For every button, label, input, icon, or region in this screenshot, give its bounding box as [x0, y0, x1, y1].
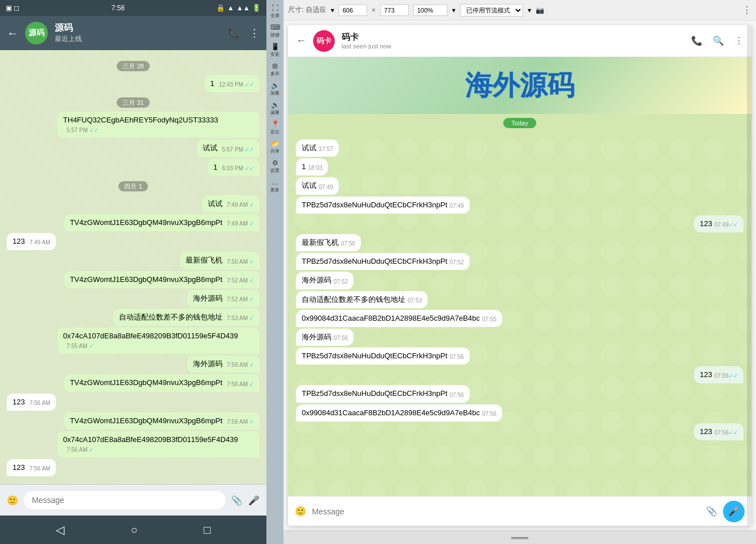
tg-search-icon[interactable]: 🔍 [713, 35, 724, 46]
tg-message-input[interactable] [312, 507, 700, 516]
message-bubble: 试试7:49 AM ✓ [202, 195, 260, 212]
tg-message-time: 07:52 [450, 259, 464, 267]
width-input[interactable] [339, 5, 367, 16]
screenshot-icon[interactable]: 📷 [536, 6, 544, 14]
message-text: 试试 [208, 199, 223, 209]
tg-more-icon[interactable]: ⋮ [734, 35, 743, 46]
message-time: 7:56 AM [30, 465, 51, 473]
tg-message-text: 0x99084d31CaacaF8B2bD1A2898E4e5c9d9A7eB4… [302, 408, 480, 418]
tool-icon: 📂 [271, 140, 280, 148]
tg-message-content: TPBz5d7dsx8eNuHuDduQtECbCFrkH3npPt07:56 [302, 388, 464, 399]
message-tick: ✓✓ [243, 146, 254, 153]
message-input[interactable] [24, 491, 225, 509]
tg-message-bubble: 0x99084d31CaacaF8B2bD1A2898E4e5c9d9A7eB4… [296, 310, 502, 327]
message-content: 1237:49 AM [13, 236, 50, 247]
tg-emoji-icon[interactable]: 🙂 [295, 506, 306, 517]
message-row: 1237:49 AM [7, 233, 260, 250]
dropdown-arrow[interactable]: ▾ [331, 6, 334, 14]
mode-select[interactable]: 已停用节流模式 [460, 4, 523, 17]
mode-dropdown-arrow[interactable]: ▾ [528, 6, 531, 14]
message-content: 112:43 PM ✓✓ [210, 79, 254, 89]
back-button[interactable]: ← [7, 27, 18, 40]
date-separator: 三月 28 [7, 60, 260, 71]
date-separator: 四月 1 [7, 181, 260, 191]
message-row: 海外源码7:56 AM ✓ [7, 355, 260, 373]
emoji-icon[interactable]: 🙂 [7, 495, 18, 506]
message-bubble: TH4FUQ32CEgbAEhREY5FodyNq2UST333335:57 P… [57, 112, 260, 138]
message-time: 7:56 AM ✓ [227, 418, 254, 426]
sidebar-tool-item[interactable]: 📱安装 [267, 41, 283, 59]
message-time: 12:43 PM ✓✓ [219, 81, 254, 89]
scroll-indicator: ═══ [511, 533, 528, 542]
message-tick: ✓ [248, 277, 254, 284]
tg-message-time: 07:56 [482, 410, 496, 418]
nav-recents[interactable]: □ [204, 523, 211, 537]
sidebar-tool-item[interactable]: 🔉减量 [267, 99, 283, 117]
tg-call-icon[interactable]: 📞 [691, 35, 702, 46]
sidebar-tool-item[interactable]: 📂共享 [267, 138, 283, 156]
message-time: 6:03 PM ✓✓ [222, 165, 254, 173]
message-content: 海外源码7:52 AM ✓ [193, 293, 254, 304]
sidebar-tool-item[interactable]: ⛶全屏 [267, 2, 283, 21]
more-icon[interactable]: ⋮ [249, 27, 260, 39]
sidebar-tool-item[interactable]: 🔊加量 [267, 80, 283, 98]
message-time: 5:57 PM ✓✓ [222, 146, 254, 154]
message-content: TH4FUQ32CEgbAEhREY5FodyNq2UST333335:57 P… [63, 115, 254, 134]
resize-handle[interactable] [747, 25, 751, 526]
tg-message-bubble: 试试07:49 [296, 177, 339, 194]
message-row: 112:43 PM ✓✓ [7, 75, 260, 92]
nav-back[interactable]: ◁ [56, 523, 64, 537]
tg-back-button[interactable]: ← [296, 35, 306, 47]
message-tick: ✓✓ [243, 81, 254, 88]
contact-info: 源码 最近上线 [55, 22, 221, 44]
tg-message-content: 0x99084d31CaacaF8B2bD1A2898E4e5c9d9A7eB4… [302, 408, 496, 418]
message-row: 海外源码7:52 AM ✓ [7, 290, 260, 307]
sidebar-tool-item[interactable]: …更多 [267, 177, 283, 195]
tg-attach-icon[interactable]: 📎 [706, 506, 717, 517]
tg-message-time: 07:56 [450, 391, 464, 399]
phone-left: ▣ ◻ 7:58 🔒 ▲ ▲▲ 🔋 ← 源码 源码 最近上线 📞 ⋮ 三月 28… [0, 0, 266, 544]
sidebar-tool-item[interactable]: ⚙设置 [267, 157, 283, 175]
call-icon[interactable]: 📞 [228, 27, 240, 39]
message-row: 自动适配位数差不多的钱包地址7:53 AM ✓ [7, 309, 260, 326]
message-row: 1237:56 AM [7, 394, 260, 411]
message-bubble: 1237:49 AM [7, 233, 56, 250]
status-time: 7:58 [112, 4, 125, 12]
message-text: TV4zGWomtJ1E63DgbQM49nvuX3pgB6mpPt [70, 416, 223, 426]
tg-send-button[interactable]: 🎤 [723, 501, 745, 522]
tg-message-time: 07:53 [408, 297, 422, 305]
message-row: 0x74cA107dE8a8aBfeE498209B3fD01159e5F4D4… [7, 328, 260, 354]
tool-icon: 📱 [271, 43, 280, 51]
sidebar-tool-item[interactable]: ⌨按键 [267, 22, 283, 40]
tg-message-text: 试试 [302, 181, 317, 191]
zoom-input[interactable] [413, 5, 447, 16]
attach-icon[interactable]: 📎 [231, 495, 243, 506]
message-bubble: 16:03 PM ✓✓ [208, 159, 260, 176]
mic-icon[interactable]: 🎤 [248, 495, 260, 506]
message-bubble: 海外源码7:52 AM ✓ [187, 290, 260, 307]
browser-toolbar: 尺寸: 自适应 ▾ × ▾ 已停用节流模式 ▾ 📷 ⋮ [284, 0, 756, 21]
message-bubble: 海外源码7:56 AM ✓ [187, 355, 260, 373]
tool-label: 加量 [270, 90, 280, 96]
status-icons-left: ▣ ◻ [6, 4, 19, 12]
message-tick: ✓ [248, 202, 254, 208]
nav-home[interactable]: ○ [130, 523, 137, 537]
more-options[interactable]: ⋮ [742, 5, 751, 15]
tg-message-tick: ✓✓ [729, 373, 738, 379]
message-content: TV4zGWomtJ1E63DgbQM49nvuX3pgB6mpPt7:56 A… [70, 378, 254, 388]
sidebar-tool-item[interactable]: ⊞多开 [267, 60, 283, 79]
message-row: 试试5:57 PM ✓✓ [7, 140, 260, 157]
message-text: TV4zGWomtJ1E63DgbQM49nvuX3pgB6mpPt [70, 378, 223, 388]
zoom-dropdown[interactable]: ▾ [452, 6, 455, 14]
message-bubble: TV4zGWomtJ1E63DgbQM49nvuX3pgB6mpPt7:56 A… [64, 374, 260, 391]
app-icons: ▣ ◻ [6, 4, 19, 12]
signal-icon: ▲▲ [236, 4, 250, 12]
sidebar-tool-item[interactable]: 📍定位 [267, 118, 283, 137]
tg-message-text: 自动适配位数差不多的钱包地址 [302, 295, 405, 305]
height-input[interactable] [380, 5, 409, 16]
tg-message-bubble: TPBz5d7dsx8eNuHuDduQtECbCFrkH3npPt07:56 [296, 385, 470, 402]
tg-message-text: 123 [700, 219, 712, 229]
tool-label: 定位 [270, 129, 280, 135]
tg-message-content: 0x99084d31CaacaF8B2bD1A2898E4e5c9d9A7eB4… [302, 313, 496, 324]
message-content: 自动适配位数差不多的钱包地址7:53 AM ✓ [119, 312, 254, 322]
